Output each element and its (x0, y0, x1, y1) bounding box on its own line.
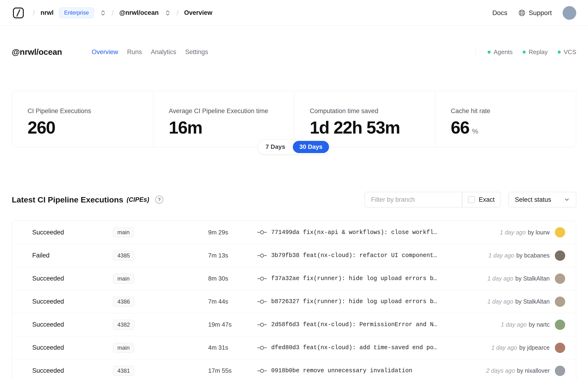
duration-label: 17m 55s (208, 367, 257, 374)
author-avatar[interactable] (555, 366, 565, 376)
author: by bcabanes (516, 252, 550, 259)
breadcrumb-org[interactable]: nrwl (40, 9, 54, 17)
branch-badge[interactable]: main (113, 343, 134, 353)
support-lifebuoy-icon (518, 9, 526, 17)
duration-label: 7m 44s (208, 298, 257, 305)
git-commit-icon (257, 299, 271, 305)
org-switcher-icon[interactable] (100, 9, 106, 17)
chevron-down-icon (564, 197, 570, 203)
stat-label: Computation time saved (310, 108, 420, 115)
commit-message[interactable]: 3b79fb38 feat(nx-cloud): refactor UI com… (271, 252, 488, 259)
table-row[interactable]: Succeeded main 9m 29s 771499da fix(nx-ap… (12, 221, 576, 244)
breadcrumb-separator: / (33, 9, 35, 17)
stat-average-execution-time: Average CI Pipeline Execution time 16m (153, 91, 294, 147)
branch-badge[interactable]: 4381 (113, 366, 134, 376)
table-row[interactable]: Failed 4385 7m 13s 3b79fb38 feat(nx-clou… (12, 244, 576, 267)
status-label: Failed (32, 252, 113, 259)
stat-label: CI Pipeline Executions (28, 108, 138, 115)
indicator-vcs[interactable]: VCS (558, 48, 576, 56)
breadcrumb-separator: / (176, 9, 178, 17)
duration-label: 9m 29s (208, 229, 257, 236)
breadcrumb-page: Overview (184, 9, 212, 17)
branch-badge[interactable]: 4386 (113, 297, 134, 307)
cipes-controls: Exact Select status (364, 192, 576, 208)
range-7-days[interactable]: 7 Days (259, 141, 292, 153)
branch-filter-input[interactable] (364, 192, 462, 208)
branch-badge[interactable]: 4382 (113, 320, 134, 330)
commit-message[interactable]: 771499da fix(nx-api & workflows): close … (271, 229, 500, 236)
commit-message[interactable]: b8726327 fix(runner): hide log upload er… (271, 298, 487, 305)
indicator-replay[interactable]: Replay (523, 48, 548, 56)
status-select-dropdown[interactable]: Select status (509, 192, 576, 208)
breadcrumb-workspace[interactable]: @nrwl/ocean (119, 9, 158, 17)
author: by nixallover (517, 367, 550, 374)
table-row[interactable]: Succeeded 4382 19m 47s 2d58f6d3 feat(nx-… (12, 313, 576, 336)
nx-cloud-logo-icon[interactable] (12, 6, 25, 19)
table-row[interactable]: Succeeded main 4m 31s dfed80d3 feat(nx-c… (12, 336, 576, 359)
timestamp: 2 days ago (486, 367, 515, 374)
support-label: Support (529, 9, 552, 17)
timestamp: 1 day ago (487, 275, 513, 282)
row-meta: 1 day agoby StalkAltan (487, 298, 550, 305)
commit-message[interactable]: f37a32ae fix(runner): hide log upload er… (271, 275, 487, 282)
duration-label: 7m 13s (208, 252, 257, 259)
branch-badge[interactable]: 4385 (113, 251, 134, 261)
branch-badge[interactable]: main (113, 274, 134, 284)
row-meta: 2 days agoby nixallover (486, 367, 550, 374)
author: by StalkAltan (515, 275, 550, 282)
commit-message[interactable]: 2d58f6d3 feat(nx-cloud): PermissionError… (271, 321, 501, 328)
tab-overview[interactable]: Overview (92, 48, 118, 56)
cipes-subtitle: (CIPEs) (127, 196, 149, 203)
branch-badge[interactable]: main (113, 228, 134, 237)
duration-label: 19m 47s (208, 321, 257, 328)
timestamp: 1 day ago (488, 252, 514, 259)
indicator-agents-label: Agents (494, 48, 513, 56)
table-row[interactable]: Succeeded 4386 7m 44s b8726327 fix(runne… (12, 290, 576, 313)
status-label: Succeeded (32, 229, 113, 236)
status-indicators: Agents Replay VCS (475, 47, 576, 57)
timestamp: 1 day ago (501, 321, 527, 328)
author-avatar[interactable] (555, 227, 565, 237)
page-title: @nrwl/ocean (12, 47, 62, 57)
tab-analytics[interactable]: Analytics (151, 48, 176, 56)
stat-label: Cache hit rate (451, 108, 561, 115)
stat-ci-pipeline-executions: CI Pipeline Executions 260 (12, 91, 153, 147)
breadcrumb-separator: / (112, 9, 114, 17)
cipe-table: Succeeded main 9m 29s 771499da fix(nx-ap… (12, 221, 576, 380)
status-label: Succeeded (32, 298, 113, 305)
table-row[interactable]: Succeeded main 8m 30s f37a32ae fix(runne… (12, 267, 576, 290)
indicator-replay-label: Replay (529, 48, 548, 56)
stats-cards: CI Pipeline Executions 260 Average CI Pi… (12, 91, 576, 147)
table-row[interactable]: Succeeded 4381 17m 55s 0918b0be remove u… (12, 359, 576, 380)
range-30-days[interactable]: 30 Days (293, 141, 329, 153)
git-commit-icon (257, 322, 271, 328)
date-range-toggle: 7 Days 30 Days (257, 139, 331, 155)
author-avatar[interactable] (555, 320, 565, 330)
tab-settings[interactable]: Settings (185, 48, 208, 56)
workspace-tabs: Overview Runs Analytics Settings (92, 48, 208, 56)
author-avatar[interactable] (555, 297, 565, 307)
workspace-switcher-icon[interactable] (165, 9, 171, 17)
commit-message[interactable]: dfed80d3 feat(nx-cloud): add time-saved … (271, 344, 491, 351)
duration-label: 8m 30s (208, 275, 257, 282)
status-label: Succeeded (32, 344, 113, 351)
indicator-agents[interactable]: Agents (488, 48, 513, 56)
stat-value: 16m (169, 117, 202, 137)
user-avatar[interactable] (563, 6, 576, 20)
author-avatar[interactable] (555, 273, 565, 284)
author-avatar[interactable] (555, 342, 565, 353)
git-commit-icon (257, 368, 271, 374)
commit-message[interactable]: 0918b0be remove unnecessary invalidation (271, 367, 486, 374)
timestamp: 1 day ago (487, 298, 513, 305)
support-link[interactable]: Support (518, 9, 552, 17)
exact-checkbox[interactable] (468, 196, 475, 203)
docs-link[interactable]: Docs (492, 9, 507, 17)
help-icon[interactable]: ? (155, 196, 163, 204)
exact-label: Exact (479, 196, 495, 203)
author-avatar[interactable] (555, 250, 565, 261)
tab-runs[interactable]: Runs (127, 48, 142, 56)
stat-label: Average CI Pipeline Execution time (169, 108, 279, 115)
exact-toggle[interactable]: Exact (462, 192, 500, 208)
status-label: Succeeded (32, 367, 113, 374)
git-commit-icon (257, 345, 271, 351)
